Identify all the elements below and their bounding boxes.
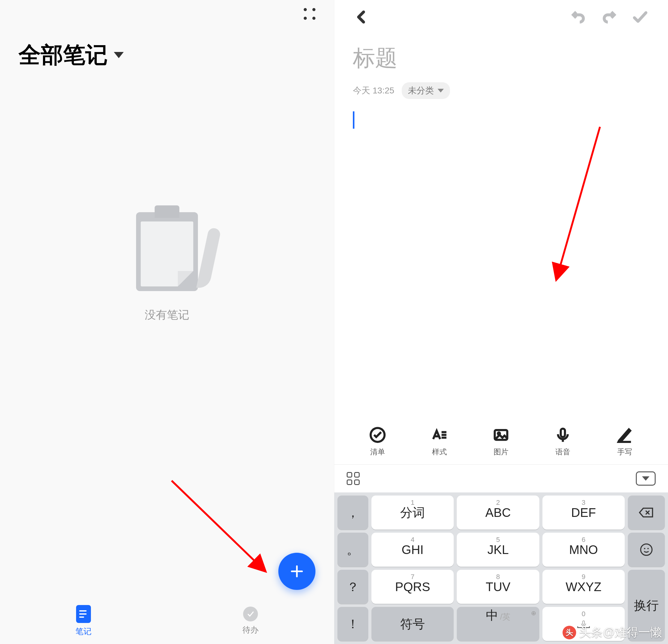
empty-label: 没有笔记: [145, 308, 189, 323]
mic-icon: [555, 426, 571, 443]
keyboard-strip: [334, 465, 668, 492]
category-label: 未分类: [408, 85, 434, 96]
editor-area[interactable]: 标题 今天 13:25 未分类: [334, 34, 668, 420]
key-1[interactable]: 1分词: [371, 495, 454, 529]
style-icon: [431, 426, 448, 443]
globe-icon: ⊕: [531, 609, 536, 617]
collapse-keyboard-button[interactable]: [636, 471, 656, 485]
notes-icon: [76, 605, 91, 623]
editor-toolbar: 清单 样式 图片 语音 手写: [334, 420, 668, 465]
todo-icon: [243, 606, 258, 621]
notebook-title: 全部笔记: [18, 40, 108, 70]
confirm-button[interactable]: [631, 8, 650, 26]
watermark: 头 头条@难得一懒: [563, 625, 662, 640]
svg-rect-20: [583, 621, 584, 625]
top-bar: [0, 0, 334, 28]
key-backspace[interactable]: [628, 495, 665, 529]
key-exclaim[interactable]: ！: [337, 607, 368, 641]
timestamp-label: 今天 13:25: [353, 85, 394, 96]
layout-toggle-icon[interactable]: [304, 8, 316, 20]
svg-rect-12: [561, 429, 565, 437]
key-7[interactable]: 7PQRS: [371, 570, 454, 604]
pen-icon: [616, 426, 633, 443]
meta-row: 今天 13:25 未分类: [353, 82, 650, 99]
key-language[interactable]: ⊕ 中 /英: [457, 607, 539, 641]
undo-button[interactable]: [569, 8, 588, 26]
editor-topbar: [334, 0, 668, 34]
add-note-button[interactable]: [278, 553, 316, 590]
nav-todo-tab[interactable]: 待办: [167, 598, 334, 644]
backspace-icon: [639, 507, 654, 518]
title-input[interactable]: 标题: [353, 43, 650, 73]
image-button[interactable]: 图片: [493, 426, 509, 457]
voice-button[interactable]: 语音: [555, 426, 571, 457]
svg-point-19: [647, 548, 649, 549]
text-cursor: [353, 111, 354, 129]
handwrite-button[interactable]: 手写: [616, 426, 633, 457]
t9-keyboard: ， 1分词 2ABC 3DEF 。 4GHI 5JKL 6MNO ？ 7PQRS…: [334, 492, 668, 644]
watermark-icon: 头: [563, 626, 576, 639]
redo-button[interactable]: [600, 8, 619, 26]
key-symbols[interactable]: 符号: [371, 607, 454, 641]
bottom-nav: 笔记 待办: [0, 598, 334, 644]
svg-line-5: [557, 127, 600, 279]
key-comma[interactable]: ，: [337, 495, 368, 529]
nav-notes-tab[interactable]: 笔记: [0, 598, 167, 644]
plus-icon: [289, 564, 305, 579]
notebook-selector[interactable]: 全部笔记: [0, 28, 334, 76]
key-2[interactable]: 2ABC: [457, 495, 539, 529]
clipboard-icon: [132, 209, 202, 296]
key-period[interactable]: 。: [337, 533, 368, 567]
key-5[interactable]: 5JKL: [457, 533, 539, 567]
svg-point-18: [644, 548, 645, 549]
nav-notes-label: 笔记: [75, 626, 92, 637]
watermark-text: 头条@难得一懒: [579, 625, 662, 640]
key-3[interactable]: 3DEF: [543, 495, 625, 529]
svg-point-17: [641, 544, 652, 556]
note-editor-screen: 标题 今天 13:25 未分类 清单 样式 图片: [334, 0, 668, 644]
key-4[interactable]: 4GHI: [371, 533, 454, 567]
category-selector[interactable]: 未分类: [402, 82, 450, 99]
style-button[interactable]: 样式: [431, 426, 448, 457]
annotation-arrow: [547, 121, 609, 288]
chevron-down-icon: [642, 476, 650, 481]
checklist-icon: [369, 426, 386, 443]
key-question[interactable]: ？: [337, 570, 368, 604]
image-icon: [493, 426, 509, 443]
chevron-down-icon: [114, 52, 124, 58]
key-6[interactable]: 6MNO: [543, 533, 625, 567]
back-button[interactable]: [353, 8, 371, 26]
chevron-down-icon: [438, 89, 444, 92]
key-9[interactable]: 9WXYZ: [543, 570, 625, 604]
key-emoji[interactable]: [628, 533, 665, 567]
apps-icon[interactable]: [347, 472, 360, 485]
key-8[interactable]: 8TUV: [457, 570, 539, 604]
empty-state: 没有笔记: [0, 76, 334, 598]
nav-todo-label: 待办: [242, 625, 259, 635]
notes-list-screen: 全部笔记 没有笔记 笔记 待办: [0, 0, 334, 644]
emoji-icon: [640, 543, 653, 556]
checklist-button[interactable]: 清单: [369, 426, 386, 457]
